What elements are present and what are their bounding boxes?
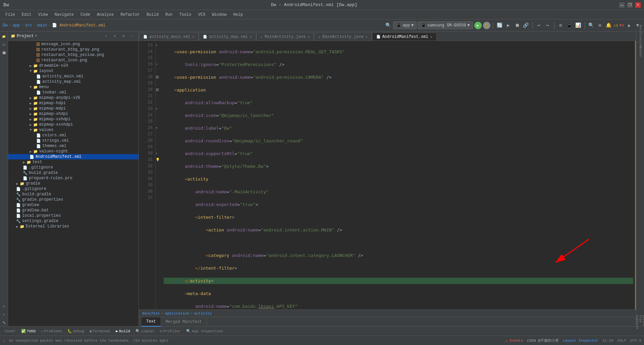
avd-manager-icon[interactable]: 📱: [566, 22, 573, 29]
tree-item-values-night[interactable]: ▶ 📁 values-night: [8, 149, 139, 154]
tree-item-gradlew[interactable]: 📄 gradlew: [8, 202, 139, 208]
tree-item-external-libraries[interactable]: ▶ 📁 External Libraries: [8, 224, 139, 229]
right-sidebar-explorer-icon[interactable]: Device File Explorer: [637, 319, 644, 326]
tree-item-root-gitignore[interactable]: 📄 .gitignore: [8, 186, 139, 192]
tab-close-activity-map[interactable]: ✕: [250, 35, 252, 39]
sidebar-project-icon[interactable]: 📁: [0, 33, 8, 40]
tab-activity-main[interactable]: 📄 activity_main.xml ✕: [139, 32, 199, 41]
tree-item-proguard[interactable]: 📄 proguard-rules.pro: [8, 176, 139, 181]
sidebar-resource-icon[interactable]: 🗂: [0, 41, 8, 48]
run-tasks-icon[interactable]: ▶: [505, 22, 512, 29]
tree-item-strings-xml[interactable]: 📄 strings.xml: [8, 138, 139, 143]
tree-item-build-gradle[interactable]: 🔧 build.gradle: [8, 170, 139, 176]
tree-item-mipmap-anydpi[interactable]: ▶ 📁 mipmap-anydpi-v26: [8, 95, 139, 100]
tab-merged-manifest[interactable]: Merged Manifest: [161, 317, 207, 327]
attach-debugger-icon[interactable]: 🔗: [522, 22, 530, 29]
fold-icon-23[interactable]: ▼: [156, 108, 157, 111]
menu-help[interactable]: Help: [230, 11, 246, 18]
tab-close-mainactivity[interactable]: ✕: [308, 35, 310, 39]
tree-item-mipmap-hdpi[interactable]: ▶ 📁 mipmap-hdpi: [8, 100, 139, 106]
tab-androidmanifest[interactable]: 📄 AndroidManifest.xml ✕: [372, 32, 437, 41]
tree-item-gradlew-bat[interactable]: 📄 gradlew.bat: [8, 208, 139, 213]
sidebar-structure-icon[interactable]: ≡: [0, 303, 8, 310]
tree-item-test[interactable]: ▶ 📁 test: [8, 159, 139, 165]
expand-icon[interactable]: ▲: [625, 22, 633, 29]
project-header-settings-icon[interactable]: ⚙: [120, 32, 127, 40]
breadcrumb-src[interactable]: src: [25, 23, 32, 28]
strip-problems[interactable]: ⚠Problems: [39, 328, 64, 334]
profile-icon[interactable]: 📊: [575, 22, 582, 29]
breadcrumb-manifest[interactable]: manifest: [142, 312, 160, 316]
menu-edit[interactable]: Edit: [19, 11, 34, 18]
device-dropdown[interactable]: 📱 samsung SM-G9550 ▼: [418, 21, 473, 29]
tab-baseactivity[interactable]: ☕ BaseActivity.java ✕: [314, 32, 372, 41]
project-header-minimize-icon[interactable]: —: [128, 32, 136, 40]
app-config-dropdown[interactable]: 📱 app ▼: [393, 21, 417, 29]
tree-item-androidmanifest[interactable]: 📄 AndroidManifest.xml: [8, 154, 139, 159]
tree-item-menu[interactable]: ▼ 📁 menu: [8, 84, 139, 90]
menu-refactor[interactable]: Refactor: [118, 11, 143, 18]
breadcrumb-main[interactable]: main: [37, 23, 47, 28]
tree-item-root-build-gradle[interactable]: 🔧 build.gradle: [8, 192, 139, 197]
tree-item-restaurant-btbg-gray[interactable]: 🖼 restaurant_btbg_gray.png: [8, 47, 139, 52]
tree-item-local-properties[interactable]: 📄 local.properties: [8, 213, 139, 218]
right-sidebar-notifications-icon[interactable]: Notifications: [637, 33, 644, 40]
strip-todo[interactable]: ✅TODO: [19, 328, 38, 334]
tree-item-mipmap-mdpi[interactable]: ▶ 📁 mipmap-mdpi: [8, 106, 139, 111]
stop-icon[interactable]: ⏹: [514, 22, 521, 29]
tree-item-layout[interactable]: ▼ 📁 layout: [8, 68, 139, 74]
menu-tools[interactable]: Tools: [177, 11, 194, 18]
notification-icon[interactable]: 🔔: [605, 22, 612, 29]
tree-item-activity-map-xml[interactable]: 📄 activity_map.xml: [8, 79, 139, 84]
status-layout-inspector[interactable]: Layout Inspector: [563, 339, 598, 343]
maximize-button[interactable]: ❐: [627, 2, 633, 8]
fold-icon-26[interactable]: ▼: [156, 127, 157, 130]
fold-icon-13[interactable]: ▼: [156, 44, 157, 47]
search-icon[interactable]: 🔍: [588, 22, 595, 29]
breadcrumb-app[interactable]: app: [13, 23, 20, 28]
menu-code[interactable]: Code: [78, 11, 93, 18]
tree-item-gitignore[interactable]: 📄 .gitignore: [8, 165, 139, 170]
tree-item-mipmap-xhdpi[interactable]: ▶ 📁 mipmap-xhdpi: [8, 111, 139, 117]
menu-run[interactable]: Run: [163, 11, 175, 18]
tree-item-message-icon[interactable]: 🖼 message_icon.png: [8, 42, 139, 47]
status-git[interactable]: CSDN @不服的小辈: [527, 338, 559, 343]
warning-indicator[interactable]: ⚠1: [614, 23, 618, 27]
breadcrumb-application[interactable]: application: [165, 312, 189, 316]
tree-item-drawable-v24[interactable]: ▶ 📁 drawable-v24: [8, 63, 139, 68]
run-button[interactable]: ▶: [474, 22, 482, 29]
close-button[interactable]: ✕: [635, 2, 641, 8]
fold-icon-16[interactable]: ▼: [156, 63, 157, 66]
tree-item-values[interactable]: ▼ 📁 values: [8, 127, 139, 133]
project-header-sync-icon[interactable]: ⚡: [102, 32, 110, 40]
undo-icon[interactable]: ↩: [535, 22, 543, 29]
tab-close-baseactivity[interactable]: ✕: [366, 35, 368, 39]
menu-build[interactable]: Build: [144, 11, 161, 18]
tab-activity-map[interactable]: 📄 activity_map.xml ✕: [199, 32, 256, 41]
strip-terminal[interactable]: ▣Terminal: [88, 328, 112, 334]
tab-close-activity-main[interactable]: ✕: [192, 35, 194, 39]
search-everywhere-icon[interactable]: 🔍: [384, 22, 392, 29]
debug-button[interactable]: 🐛: [483, 22, 490, 29]
strip-app-inspection[interactable]: 🔍App Inspection: [184, 328, 225, 334]
tree-item-restaurant-btbg-yellow[interactable]: 🖼 restaurant_btbg_yellow.png: [8, 52, 139, 58]
menu-vcs[interactable]: VCS: [196, 11, 208, 18]
menu-navigate[interactable]: Navigate: [52, 11, 76, 18]
menu-window[interactable]: Window: [209, 11, 229, 18]
menu-view[interactable]: View: [36, 11, 51, 18]
menu-analyze[interactable]: Analyze: [94, 11, 116, 18]
sidebar-android-icon[interactable]: 🤖: [0, 49, 8, 56]
tree-item-mipmap-xxhdpi[interactable]: ▶ 📁 mipmap-xxhdpi: [8, 117, 139, 122]
tree-item-themes-xml[interactable]: 📄 themes.xml: [8, 143, 139, 149]
settings-icon[interactable]: ⚙: [596, 22, 604, 29]
tree-item-restaurant-icon[interactable]: 🖼 restaurant_icon.png: [8, 58, 139, 63]
breadcrumb-dw[interactable]: Dw: [3, 23, 7, 28]
status-events[interactable]: ⚠ Events: [505, 338, 523, 343]
tree-item-toobar-xml[interactable]: 📄 toobar.xml: [8, 90, 139, 95]
tree-item-activity-main-xml[interactable]: 📄 activity_main.xml: [8, 74, 139, 79]
strip-logcat[interactable]: 🔍Logcat: [133, 328, 157, 334]
tab-close-androidmanifest[interactable]: ✕: [430, 35, 432, 39]
breadcrumb-activity[interactable]: activity: [194, 312, 212, 316]
tree-item-mipmap-xxxhdpi[interactable]: ▶ 📁 mipmap-xxxhdpi: [8, 122, 139, 127]
sdk-manager-icon[interactable]: ⚙: [557, 22, 565, 29]
